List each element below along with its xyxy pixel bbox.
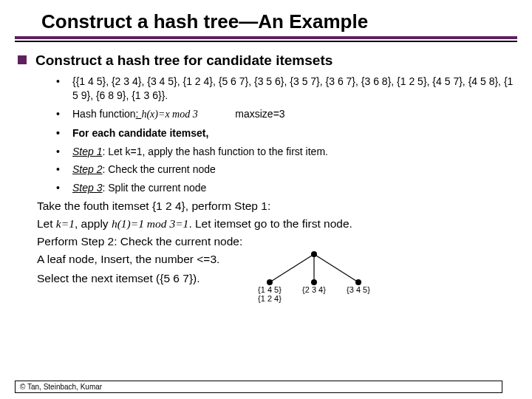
- hash-tree-diagram: {1 4 5} {1 2 4} {2 3 4} {3 4 5}: [240, 248, 388, 306]
- maxsize: maxsize=3: [235, 108, 284, 120]
- para-leaf-insert-group: A leaf node, Insert, the number <=3. Sel…: [37, 253, 219, 285]
- p2b: , apply: [75, 217, 112, 230]
- sub-itemsets: {{1 4 5}, {2 3 4}, {3 4 5}, {1 2 4}, {5 …: [56, 75, 517, 103]
- main-bullet-text: Construct a hash tree for candidate item…: [35, 52, 332, 69]
- step2-label: Step 2: [72, 163, 102, 175]
- tree-leaf-node-3: [355, 279, 361, 285]
- slide: Construct a hash tree—An Example Constru…: [0, 0, 532, 399]
- tree-leaf-node-2: [311, 279, 317, 285]
- p2-k: k=1: [56, 217, 75, 230]
- para-leaf-insert: A leaf node, Insert, the number <=3.: [37, 253, 219, 266]
- p2a: Let: [37, 217, 56, 230]
- step1-label: Step 1: [72, 146, 102, 157]
- tree-leaf-2: {2 3 4}: [302, 285, 326, 294]
- step3-text: : Split the current node: [102, 182, 206, 194]
- sub-bullet-list: {{1 4 5}, {2 3 4}, {3 4 5}, {1 2 4}, {5 …: [56, 75, 517, 195]
- rule-thick: [15, 36, 517, 39]
- rule-thin: [15, 41, 517, 42]
- tree-edge-3: [314, 254, 358, 282]
- tree-leaf-3: {3 4 5}: [347, 285, 370, 294]
- hash-gap: [198, 108, 236, 120]
- footer-credit: © Tan, Steinbach, Kumar: [15, 381, 502, 393]
- sub-hash-function: Hash function: h(x)=x mod 3 maxsize=3: [56, 107, 517, 122]
- para-take-itemset: Take the fouth itemset {1 2 4}, perform …: [37, 200, 517, 213]
- para-leaf-row: A leaf node, Insert, the number <=3. Sel…: [37, 253, 517, 306]
- main-bullet: Construct a hash tree for candidate item…: [18, 52, 517, 69]
- para-perform-step2: Perform Step 2: Check the current node:: [37, 235, 517, 248]
- step1-text: : Let k=1, apply the hash function to th…: [102, 146, 327, 157]
- step2-text: : Check the current node: [102, 163, 215, 175]
- tree-leaf-1b: {1 2 4}: [258, 294, 282, 303]
- sub-for-each: For each candidate itemset,: [56, 126, 517, 140]
- slide-title: Construct a hash tree—An Example: [41, 10, 517, 33]
- p2-h: h(1)=1 mod 3=1: [112, 217, 188, 230]
- bullet-square-icon: [18, 55, 27, 64]
- tree-leaf-1a: {1 4 5}: [258, 285, 282, 294]
- sub-step-2: Step 2: Check the current node: [56, 163, 517, 177]
- para-select-next: Select the next itemset ({5 6 7}).: [37, 272, 219, 285]
- hash-label: Hash function: [72, 108, 136, 120]
- sub-step-1: Step 1: Let k=1, apply the hash function…: [56, 145, 517, 159]
- sub-step-3: Step 3: Split the current node: [56, 181, 517, 195]
- hash-fn: h(x)=x mod 3: [141, 109, 197, 120]
- p2c: . Let itemset go to the first node.: [188, 217, 352, 230]
- tree-leaf-node-1: [267, 279, 273, 285]
- para-let-k: Let k=1, apply h(1)=1 mod 3=1. Let items…: [37, 217, 517, 231]
- step3-label: Step 3: [72, 182, 102, 194]
- tree-edge-1: [270, 254, 314, 282]
